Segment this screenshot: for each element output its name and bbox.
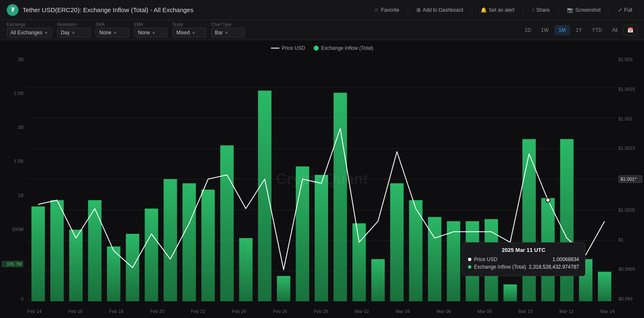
y-label-15b: 1.5B: [2, 159, 23, 164]
tooltip-inflow-row: Exchange Inflow (Total) 2,318,528,432.97…: [468, 264, 579, 270]
page-title: Tether USD(ERC20): Exchange Inflow (Tota…: [23, 6, 194, 13]
favorite-button[interactable]: ☆ Favorite: [369, 5, 404, 15]
x-label-feb24: Feb 24: [232, 309, 246, 314]
chart-type-select-group: Chart Type Bar ▼: [211, 22, 245, 38]
tooltip-inflow-value: 2,318,528,432.974787: [529, 264, 579, 270]
header: ₮ Tether USD(ERC20): Exchange Inflow (To…: [0, 0, 644, 20]
x-label-feb16: Feb 16: [68, 309, 83, 314]
svg-rect-21: [258, 91, 272, 301]
exchange-select-group: Exchange All Exchanges ▼: [7, 22, 52, 38]
divider: [609, 5, 610, 15]
toolbar: Exchange All Exchanges ▼ Resolution Day …: [0, 20, 644, 40]
chevron-down-icon: ▼: [113, 31, 117, 35]
toolbar-right: 1D 1W 1M 1Y YTD All 📅: [520, 25, 637, 36]
fullscreen-button[interactable]: ⤢ Full: [613, 5, 637, 15]
y-axis-left: 3B 2.5B 2B 1.5B 1B 500M 335.7M 0: [0, 57, 25, 301]
calendar-button[interactable]: 📅: [623, 25, 637, 36]
time-btn-ytd[interactable]: YTD: [588, 25, 606, 35]
toolbar-left: Exchange All Exchanges ▼ Resolution Day …: [7, 22, 245, 38]
svg-rect-37: [560, 139, 574, 301]
y-label-500m: 500M: [2, 227, 23, 232]
header-actions: ☆ Favorite ⊞ Add to Dashboard 🔔 Set an a…: [369, 5, 637, 15]
dashboard-icon: ⊞: [416, 7, 421, 13]
chart-type-select[interactable]: Bar ▼: [211, 28, 245, 38]
x-label-mar14: Mar 14: [600, 309, 615, 314]
chart-legend: Price USD Exchange Inflow (Total): [271, 45, 373, 51]
bell-icon: 🔔: [481, 7, 487, 13]
x-label-feb14: Feb 14: [27, 309, 41, 314]
svg-rect-35: [522, 139, 536, 301]
chart-area: Price USD Exchange Inflow (Total) Crypto…: [0, 40, 644, 318]
x-label-feb28: Feb 28: [314, 309, 328, 314]
y-label-3b: 3B: [2, 57, 23, 62]
svg-rect-19: [220, 145, 234, 301]
chevron-down-icon: ▼: [152, 31, 156, 35]
header-left: ₮ Tether USD(ERC20): Exchange Inflow (To…: [7, 4, 194, 16]
set-alert-button[interactable]: 🔔 Set an alert: [476, 5, 520, 15]
svg-rect-20: [239, 238, 253, 301]
sma-label: SMA: [96, 22, 129, 27]
svg-rect-17: [183, 183, 196, 301]
x-label-mar04: Mar 04: [396, 309, 410, 314]
time-btn-all[interactable]: All: [608, 25, 622, 35]
x-label-mar10: Mar 10: [518, 309, 533, 314]
tooltip-price-row: Price USD 1.00068834: [468, 256, 579, 262]
resolution-label: Resolution: [57, 22, 91, 27]
y-label-25b: 2.5B: [2, 91, 23, 96]
svg-rect-22: [277, 276, 290, 301]
sma-select[interactable]: None ▼: [96, 28, 129, 38]
legend-inflow: Exchange Inflow (Total): [313, 45, 373, 51]
time-btn-1d[interactable]: 1D: [520, 25, 535, 35]
divider: [408, 5, 408, 15]
x-label-feb20: Feb 20: [150, 309, 164, 314]
share-button[interactable]: ↑ Share: [527, 5, 555, 15]
divider: [523, 5, 523, 15]
legend-price: Price USD: [271, 45, 305, 51]
y-label-2b: 2B: [2, 125, 23, 130]
price-line-indicator: [271, 48, 279, 49]
y-label-1b: 1B: [2, 193, 23, 198]
y-label-right-10015: $1.0015: [618, 146, 642, 151]
svg-rect-18: [202, 190, 215, 301]
x-label-mar12: Mar 12: [559, 309, 574, 314]
screenshot-button[interactable]: 📷 Screenshot: [562, 5, 606, 15]
svg-rect-11: [69, 230, 83, 301]
time-btn-1w[interactable]: 1W: [537, 25, 553, 35]
svg-point-40: [546, 198, 550, 202]
y-axis-right: $1.003 $1.0025 $1.002 $1.0015 $1.001* $1…: [617, 57, 644, 301]
scale-label: Scale: [173, 22, 206, 27]
chevron-down-icon: ▼: [191, 31, 196, 35]
svg-rect-28: [390, 183, 403, 301]
ema-label: EMA: [134, 22, 168, 27]
add-dashboard-button[interactable]: ⊞ Add to Dashboard: [411, 5, 468, 15]
chevron-down-icon: ▼: [44, 31, 48, 35]
ema-select[interactable]: None ▼: [134, 28, 168, 38]
y-label-right-10005: $1.0005: [618, 208, 642, 213]
y-label-right-09995: $0.9995: [618, 267, 642, 272]
svg-rect-25: [334, 93, 347, 301]
resolution-select[interactable]: Day ▼: [57, 28, 91, 38]
ema-select-group: EMA None ▼: [134, 22, 168, 38]
y-label-right-10025: $1.0025: [618, 87, 642, 92]
svg-rect-9: [31, 206, 45, 301]
svg-rect-24: [315, 175, 328, 301]
svg-rect-30: [428, 217, 441, 301]
tooltip-title: 2025 Mar 11 UTC: [468, 247, 579, 253]
x-label-mar02: Mar 02: [355, 309, 369, 314]
y-label-right-0999: $0.999: [618, 296, 642, 301]
fullscreen-icon: ⤢: [618, 7, 622, 13]
svg-rect-26: [352, 223, 366, 301]
x-axis: Feb 14 Feb 16 Feb 18 Feb 20 Feb 22 Feb 2…: [27, 309, 615, 314]
time-btn-1y[interactable]: 1Y: [572, 25, 586, 35]
svg-rect-10: [50, 200, 64, 301]
chevron-down-icon: ▼: [225, 31, 229, 35]
tooltip-price-value: 1.00068834: [553, 256, 579, 262]
y-label-right-1: $1: [618, 237, 642, 242]
current-price-badge: $1.001*: [618, 175, 642, 183]
camera-icon: 📷: [567, 7, 573, 13]
scale-select[interactable]: Mixed ▼: [173, 28, 206, 38]
time-btn-1m[interactable]: 1M: [554, 25, 570, 35]
inflow-dot-indicator: [313, 46, 318, 51]
y-label-335m: 335.7M: [2, 261, 23, 267]
exchange-select[interactable]: All Exchanges ▼: [7, 28, 52, 38]
